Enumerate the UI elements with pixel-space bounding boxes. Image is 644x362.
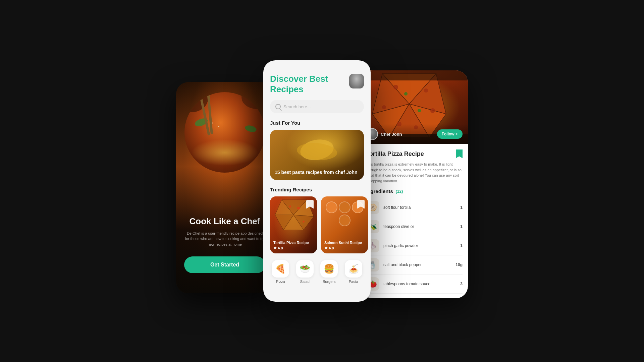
trending-row: Tortilla Pizza Recipe ★ 4.8: [263, 196, 371, 260]
trending-sushi-name: Salmon Sushi Recipe: [324, 241, 365, 245]
category-pizza-label: Pizza: [276, 280, 285, 284]
ingredient-olive-oil-name: teaspoon olive oil: [383, 224, 460, 229]
onboarding-screen: Cook Like a Chef De Chef is a user-frien…: [176, 82, 273, 293]
ingredient-garlic-powder-amount: 1: [460, 243, 463, 248]
recipe-bookmark-icon[interactable]: [456, 149, 463, 158]
category-pasta[interactable]: 🍝 Pasta: [345, 260, 362, 284]
discover-scroll-area[interactable]: Discover Best Recipes Search here... Jus…: [263, 60, 371, 302]
svg-point-2: [303, 221, 305, 223]
svg-point-5: [424, 88, 428, 93]
category-pasta-label: Pasta: [349, 280, 358, 284]
discover-screen: Discover Best Recipes Search here... Jus…: [263, 60, 371, 302]
trending-pizza-rating: ★ 4.8: [273, 246, 314, 250]
recipe-content[interactable]: Tortilla Pizza Recipe This tortilla pizz…: [361, 144, 468, 298]
trending-card-sushi[interactable]: Salmon Sushi Recipe ★ 4.8: [321, 196, 368, 253]
category-burgers-label: Burgers: [323, 280, 336, 284]
ingredient-tortilla-amount: 1: [460, 205, 463, 210]
svg-point-1: [289, 205, 291, 207]
ingredient-tomato-sauce-name: tablespoons tomato sauce: [383, 282, 460, 286]
ingredient-tomato-sauce: 🍅 tablespoons tomato sauce 3: [366, 275, 463, 294]
discover-header: Discover Best Recipes: [263, 60, 371, 100]
featured-recipe-card[interactable]: 15 best pasta recipes from chef John: [270, 130, 364, 180]
just-for-you-title: Just For You: [263, 120, 371, 130]
ingredients-title: Ingredients (12): [366, 188, 463, 194]
trending-title: Trending Recipes: [263, 187, 371, 196]
search-icon: [275, 104, 281, 109]
ingredient-tortilla: 🫓 soft flour tortilla 1: [366, 198, 463, 217]
onboarding-title: Cook Like a Chef: [184, 216, 265, 227]
ingredient-olive-oil: 🫒 teaspoon olive oil 1: [366, 217, 463, 236]
categories-row: 🍕 Pizza 🥗 Salad 🍔 Burgers 🍝 Pasta: [263, 260, 371, 284]
featured-text: 15 best pasta recipes from chef John: [275, 169, 359, 175]
ingredient-tomato-sauce-amount: 3: [460, 282, 463, 286]
ingredient-olive-oil-amount: 1: [460, 224, 463, 229]
svg-rect-12: [361, 70, 468, 80]
svg-point-6: [430, 108, 435, 113]
trending-pizza-name: Tortilla Pizza Recipe: [273, 241, 314, 245]
trending-card-pizza[interactable]: Tortilla Pizza Recipe ★ 4.8: [270, 196, 317, 253]
recipe-title-row: Tortilla Pizza Recipe: [366, 149, 463, 158]
ingredient-salt-pepper: 🧂 salt and black pepper 10g: [366, 255, 463, 275]
svg-point-10: [404, 92, 408, 96]
onboarding-content: Cook Like a Chef De Chef is a user-frien…: [176, 216, 273, 274]
ingredient-tortilla-name: soft flour tortilla: [383, 205, 460, 210]
ingredient-garlic-powder: 🧄 pinch garlic powder 1: [366, 236, 463, 255]
category-pizza[interactable]: 🍕 Pizza: [272, 260, 289, 284]
svg-point-4: [393, 85, 398, 89]
ingredients-count: (12): [396, 189, 403, 194]
onboarding-description: De Chef is a user-friendly recipe app de…: [184, 231, 265, 247]
svg-point-11: [418, 109, 421, 112]
trending-sushi-rating: ★ 4.8: [324, 246, 365, 250]
category-burgers[interactable]: 🍔 Burgers: [320, 260, 338, 284]
recipe-title: Tortilla Pizza Recipe: [366, 150, 424, 158]
chef-info: Chef John: [366, 128, 402, 140]
follow-button[interactable]: Follow +: [437, 129, 463, 139]
ingredient-salt-pepper-amount: 10g: [455, 262, 463, 267]
chef-name: Chef John: [381, 132, 402, 137]
get-started-button[interactable]: Get Started: [184, 256, 265, 273]
recipe-detail-screen: Chef John Follow + Tortilla Pizza Recipe…: [361, 70, 468, 298]
featured-recipe-title: 15 best pasta recipes from chef John: [275, 169, 359, 175]
svg-point-0: [297, 207, 300, 209]
recipe-hero-image: Chef John Follow +: [361, 70, 468, 144]
svg-point-9: [382, 105, 386, 109]
chef-bar: Chef John Follow +: [361, 124, 468, 144]
category-salad-label: Salad: [300, 280, 310, 284]
discover-title: Discover Best Recipes: [270, 74, 328, 95]
ingredient-garlic-powder-name: pinch garlic powder: [383, 243, 460, 248]
search-bar[interactable]: Search here...: [270, 100, 364, 113]
ingredient-salt-pepper-name: salt and black pepper: [383, 262, 455, 267]
category-salad[interactable]: 🥗 Salad: [296, 260, 314, 284]
user-avatar[interactable]: [349, 74, 364, 88]
recipe-description: This tortilla pizza is extremely easy to…: [366, 162, 463, 184]
search-placeholder: Search here...: [283, 104, 311, 109]
